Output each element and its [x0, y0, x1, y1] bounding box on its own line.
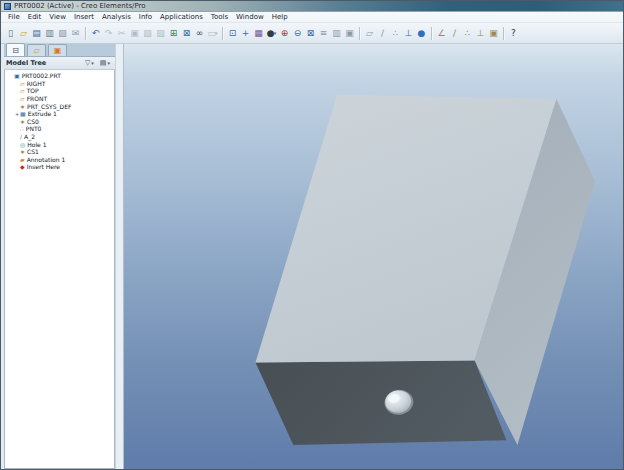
datum-plane-icon: ▱ [20, 95, 25, 102]
annotation-display-button[interactable]: ▣ [487, 26, 500, 40]
spin-center-toggle-button[interactable]: ● [415, 26, 428, 40]
redraw-button[interactable]: ⊡ [226, 26, 239, 40]
tree-item-cs1[interactable]: ∗CS1 [6, 148, 114, 156]
redo-button[interactable]: ↷ [102, 26, 115, 40]
tree-item-hole-1[interactable]: ◎Hole 1 [6, 140, 114, 148]
tree-item-top[interactable]: ▱TOP [6, 87, 114, 95]
menu-info[interactable]: Info [135, 12, 156, 23]
tree-show-button[interactable]: ▤ ▾ [97, 58, 113, 69]
tree-item-label: FRONT [27, 95, 48, 102]
undo-button[interactable]: ↶ [89, 26, 102, 40]
menu-file[interactable]: File [4, 12, 24, 23]
annotation-axis-display-icon: ∕ [453, 27, 456, 40]
zoom-in-icon: ⊕ [281, 27, 289, 40]
tree-item-label: Extrude 1 [28, 110, 57, 117]
graphics-area[interactable] [124, 44, 623, 469]
tree-item-label: TOP [27, 87, 39, 94]
view-manager-icon: ▥ [332, 27, 341, 40]
zoom-in-button[interactable]: ⊕ [278, 26, 291, 40]
datum-plane-icon: ▱ [20, 87, 25, 94]
print-preview-button[interactable]: ▨ [56, 26, 69, 40]
regenerate-icon: ⊞ [170, 27, 178, 40]
model-face-bottom[interactable] [255, 361, 506, 446]
menu-window[interactable]: Window [232, 12, 268, 23]
find-button[interactable]: ∞ [193, 26, 206, 40]
tree-item-prt0002-prt[interactable]: ▣PRT0002.PRT [6, 72, 114, 80]
display-style-button[interactable]: ●▾ [265, 26, 278, 40]
context-help-icon: ? [511, 27, 516, 40]
paste-icon: ▧ [143, 27, 152, 40]
tree-item-prt-csys-def[interactable]: ∗PRT_CSYS_DEF [6, 102, 114, 110]
view-manager-button[interactable]: ▥ [330, 26, 343, 40]
menu-tools[interactable]: Tools [207, 12, 232, 23]
annotation-plane-display-button[interactable]: ∠ [435, 26, 448, 40]
tree-item-label: A_2 [24, 133, 35, 140]
open-button[interactable]: ▱ [17, 26, 30, 40]
annotation-axis-display-button[interactable]: ∕ [448, 26, 461, 40]
tree-item-right[interactable]: ▱RIGHT [6, 80, 114, 88]
annotation-csys-display-icon: ⊥ [477, 27, 485, 40]
annotation-icon: ▰ [20, 156, 25, 163]
app-icon[interactable] [4, 3, 11, 10]
find-icon: ∞ [196, 27, 204, 40]
toolbar-separator [431, 27, 432, 40]
tree-item-front[interactable]: ▱FRONT [6, 95, 114, 103]
paste-button[interactable]: ▧ [141, 26, 154, 40]
context-help-button[interactable]: ? [507, 26, 520, 40]
layer-manager-icon: ≡ [320, 27, 328, 40]
tree-item-a-2[interactable]: ∕A_2 [6, 133, 114, 141]
activate-window-button[interactable]: ▣ [343, 26, 356, 40]
new-button[interactable]: ▯ [4, 26, 17, 40]
menu-help[interactable]: Help [268, 12, 292, 23]
folder-browser-tab[interactable]: ▱ [27, 44, 46, 56]
tree-item-insert-here[interactable]: ◆Insert Here [6, 163, 114, 171]
tree-item-label: RIGHT [27, 80, 46, 87]
datum-plane-display-icon: ▱ [366, 27, 373, 40]
tree-item-annotation-1[interactable]: ▰Annotation 1 [6, 156, 114, 164]
saved-views-icon: ▦ [254, 27, 263, 40]
saved-views-button[interactable]: ▦ [252, 26, 265, 40]
panel-splitter[interactable] [115, 44, 124, 469]
datum-axis-display-button[interactable]: ∕ [376, 26, 389, 40]
tree-item-extrude-1[interactable]: +▦Extrude 1 [6, 110, 114, 118]
menu-analysis[interactable]: Analysis [98, 12, 135, 23]
orient-mode-button[interactable]: + [239, 26, 252, 40]
refit-button[interactable]: ⊠ [304, 26, 317, 40]
zoom-out-icon: ⊖ [294, 27, 302, 40]
tree-settings-button[interactable]: ▽ ▾ [82, 58, 97, 69]
tree-item-cs0[interactable]: ∗CS0 [6, 118, 114, 126]
menu-insert[interactable]: Insert [70, 12, 98, 23]
paste-special-button[interactable]: ▨ [154, 26, 167, 40]
regen-manager-button[interactable]: ⊠ [180, 26, 193, 40]
cut-button[interactable]: ✂ [115, 26, 128, 40]
zoom-out-button[interactable]: ⊖ [291, 26, 304, 40]
layer-manager-button[interactable]: ≡ [317, 26, 330, 40]
annotation-point-display-button[interactable]: ∴ [461, 26, 474, 40]
csys-icon: ∗ [20, 148, 25, 155]
menu-edit[interactable]: Edit [24, 12, 46, 23]
annotation-plane-display-icon: ∠ [437, 27, 445, 40]
print-preview-icon: ▨ [58, 27, 67, 40]
copy-button[interactable]: ▣ [128, 26, 141, 40]
navigator-tabs: ⊟▱▣ [4, 44, 115, 57]
menu-applications[interactable]: Applications [156, 12, 207, 23]
model-tree-tab[interactable]: ⊟ [6, 43, 25, 56]
favorites-tab[interactable]: ▣ [48, 44, 67, 56]
select-filter-button[interactable]: ▭▾ [206, 26, 219, 40]
send-mail-button[interactable]: ✉ [69, 26, 82, 40]
paste-special-icon: ▨ [156, 27, 165, 40]
chevron-down-icon: ▾ [274, 27, 277, 40]
csys-display-button[interactable]: ⊥ [402, 26, 415, 40]
datum-plane-display-button[interactable]: ▱ [363, 26, 376, 40]
regenerate-button[interactable]: ⊞ [167, 26, 180, 40]
main-area: ⊟▱▣ Model Tree ▽ ▾ ▤ ▾ ▣PRT0002.PRT▱RIGH… [1, 44, 623, 469]
print-icon: ▥ [45, 27, 54, 40]
window-title: PRT0002 (Active) - Creo Elements/Pro [14, 1, 146, 11]
point-display-button[interactable]: ∴ [389, 26, 402, 40]
tree-item-pnt0[interactable]: ∴PNT0 [6, 125, 114, 133]
annotation-csys-display-button[interactable]: ⊥ [474, 26, 487, 40]
save-button[interactable]: ▤ [30, 26, 43, 40]
menu-view[interactable]: View [45, 12, 70, 23]
cut-icon: ✂ [118, 27, 126, 40]
print-button[interactable]: ▥ [43, 26, 56, 40]
